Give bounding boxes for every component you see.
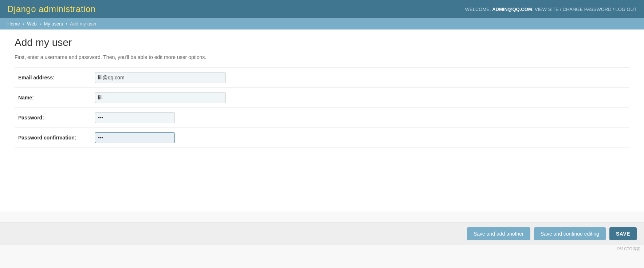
name-row: Name:	[15, 88, 629, 108]
password-input[interactable]	[95, 112, 175, 123]
header: Django administration WELCOME, ADMIN@QQ.…	[0, 0, 644, 18]
breadcrumb-current: Add my user	[70, 21, 97, 27]
password-confirmation-row: Password confirmation:	[15, 128, 629, 148]
add-user-form: Email address: Name: Password: Password …	[15, 67, 629, 148]
header-user-info: WELCOME, ADMIN@QQ.COM. VIEW SITE / CHANG…	[465, 7, 637, 12]
watermark: ©51CTO博客	[0, 245, 644, 253]
breadcrumb-sep-2: ›	[39, 21, 41, 27]
password-confirmation-input[interactable]	[95, 132, 175, 143]
username: ADMIN@QQ.COM	[492, 7, 532, 12]
name-input[interactable]	[95, 92, 226, 103]
breadcrumb-web[interactable]: Web	[27, 21, 37, 27]
save-button[interactable]: SAVE	[609, 227, 637, 240]
email-input[interactable]	[95, 72, 226, 83]
submit-row: Save and add another Save and continue e…	[0, 222, 644, 245]
change-password-link[interactable]: CHANGE PASSWORD	[563, 7, 612, 12]
save-and-continue-editing-button[interactable]: Save and continue editing	[534, 227, 606, 240]
breadcrumb-my-users[interactable]: My users	[44, 21, 63, 27]
email-label: Email address:	[15, 75, 95, 80]
save-and-add-another-button[interactable]: Save and add another	[467, 227, 530, 240]
password-label: Password:	[15, 115, 95, 121]
email-row: Email address:	[15, 68, 629, 88]
separator-1: /	[560, 7, 561, 12]
breadcrumb-home[interactable]: Home	[7, 21, 20, 27]
breadcrumb-sep-1: ›	[23, 21, 24, 27]
app-title: Django administration	[7, 4, 96, 14]
name-label: Name:	[15, 95, 95, 100]
welcome-prefix: WELCOME,	[465, 7, 492, 12]
page-title: Add my user	[15, 37, 629, 48]
view-site-link[interactable]: VIEW SITE	[535, 7, 559, 12]
log-out-link[interactable]: LOG OUT	[615, 7, 637, 12]
breadcrumb: Home › Web › My users › Add my user	[0, 18, 644, 29]
password-confirmation-label: Password confirmation:	[15, 135, 95, 141]
main-content: Add my user First, enter a username and …	[0, 29, 644, 212]
breadcrumb-sep-3: ›	[66, 21, 67, 27]
separator-2: /	[613, 7, 614, 12]
password-row: Password:	[15, 108, 629, 128]
page-description: First, enter a username and password. Th…	[15, 54, 629, 60]
